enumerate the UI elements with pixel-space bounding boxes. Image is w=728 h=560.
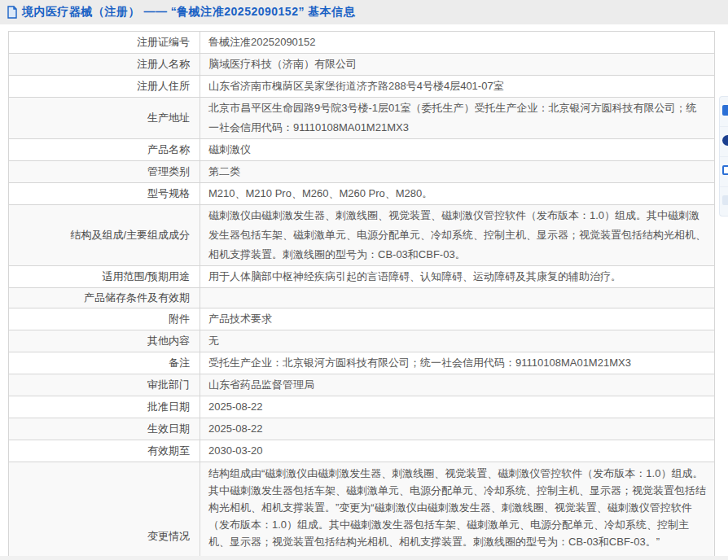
row-value: 脑域医疗科技（济南）有限公司 bbox=[200, 54, 715, 76]
row-value: 山东省药品监督管理局 bbox=[200, 374, 715, 396]
row-value: 2025-08-22 bbox=[200, 396, 715, 418]
row-label: 其他内容 bbox=[9, 330, 200, 352]
row-label: 批准日期 bbox=[9, 396, 200, 418]
row-value: 鲁械注准20252090152 bbox=[200, 32, 715, 54]
row-label: 生效日期 bbox=[9, 418, 200, 440]
table-row: 有效期至 2030-03-20 bbox=[9, 440, 715, 462]
row-label: 有效期至 bbox=[9, 440, 200, 462]
row-label: 审批部门 bbox=[9, 374, 200, 396]
row-value: 受托生产企业：北京银河方圆科技有限公司；统一社会信用代码：91110108MA0… bbox=[200, 352, 715, 374]
row-value: 无 bbox=[200, 330, 715, 352]
row-value: 第二类 bbox=[200, 161, 715, 183]
row-label: 注册证编号 bbox=[9, 32, 200, 54]
row-label: 结构及组成/主要组成成分 bbox=[9, 205, 200, 266]
row-label: 适用范围/预期用途 bbox=[9, 266, 200, 288]
page-bottom-strip bbox=[0, 556, 728, 560]
table-row: 生产地址 北京市昌平区生命园路9号院3号楼-1层01室（委托生产）受托生产企业：… bbox=[9, 98, 715, 139]
table-row: 结构及组成/主要组成成分 磁刺激仪由磁刺激发生器、刺激线圈、视觉装置、磁刺激仪管… bbox=[9, 205, 715, 266]
faint-icon bbox=[722, 195, 728, 205]
table-row-change-info: 变更情况 结构组成由“磁刺激仪由磁刺激发生器、刺激线圈、视觉装置、磁刺激仪管控软… bbox=[9, 462, 715, 560]
row-label: 注册人名称 bbox=[9, 54, 200, 76]
row-label: 生产地址 bbox=[9, 98, 200, 139]
row-label: 型号规格 bbox=[9, 183, 200, 205]
row-value: M210、M210 Pro、M260、M260 Pro、M280。 bbox=[200, 183, 715, 205]
table-row: 产品储存条件及有效期 bbox=[9, 288, 715, 308]
table-row: 注册证编号 鲁械注准20252090152 bbox=[9, 32, 715, 54]
registration-info-table: 注册证编号 鲁械注准20252090152 注册人名称 脑域医疗科技（济南）有限… bbox=[8, 31, 715, 560]
row-label: 管理类别 bbox=[9, 161, 200, 183]
table-row: 注册人住所 山东省济南市槐荫区吴家堡街道济齐路288号4号楼4层401-07室 bbox=[9, 76, 715, 98]
page-title: 境内医疗器械（注册） —— “鲁械注准20252090152” 基本信息 bbox=[22, 5, 355, 20]
toolbar-item[interactable] bbox=[720, 157, 728, 187]
navy-circle-icon bbox=[722, 135, 728, 146]
table-row: 审批部门 山东省药品监督管理局 bbox=[9, 374, 715, 396]
floating-toolbar[interactable] bbox=[719, 96, 728, 217]
table-row: 注册人名称 脑域医疗科技（济南）有限公司 bbox=[9, 54, 715, 76]
row-label: 产品名称 bbox=[9, 139, 200, 161]
row-label: 备注 bbox=[9, 352, 200, 374]
blue-square-icon bbox=[722, 105, 728, 116]
page-header: 境内医疗器械（注册） —— “鲁械注准20252090152” 基本信息 bbox=[0, 0, 728, 24]
row-value: 2025-08-22 bbox=[200, 418, 715, 440]
row-label: 附件 bbox=[9, 308, 200, 330]
table-row: 适用范围/预期用途 用于人体脑部中枢神经疾病引起的言语障碍、认知障碍、运动障碍及… bbox=[9, 266, 715, 288]
row-value: 山东省济南市槐荫区吴家堡街道济齐路288号4号楼4层401-07室 bbox=[200, 76, 715, 98]
toolbar-item[interactable] bbox=[720, 97, 728, 127]
row-value: 产品技术要求 bbox=[200, 308, 715, 330]
toolbar-item[interactable] bbox=[720, 127, 728, 157]
row-value: 用于人体脑部中枢神经疾病引起的言语障碍、认知障碍、运动障碍及其康复的辅助治疗。 bbox=[200, 266, 715, 288]
table-row: 型号规格 M210、M210 Pro、M260、M260 Pro、M280。 bbox=[9, 183, 715, 205]
table-row: 管理类别 第二类 bbox=[9, 161, 715, 183]
table-row: 生效日期 2025-08-22 bbox=[9, 418, 715, 440]
row-value: 北京市昌平区生命园路9号院3号楼-1层01室（委托生产）受托生产企业：北京银河方… bbox=[200, 98, 715, 139]
document-icon bbox=[7, 6, 18, 19]
table-row: 备注 受托生产企业：北京银河方圆科技有限公司；统一社会信用代码：91110108… bbox=[9, 352, 715, 374]
row-value: 结构组成由“磁刺激仪由磁刺激发生器、刺激线圈、视觉装置、磁刺激仪管控软件（发布版… bbox=[200, 462, 715, 560]
row-label: 变更情况 bbox=[9, 462, 200, 560]
row-label: 产品储存条件及有效期 bbox=[9, 288, 200, 308]
blue-outline-square-icon bbox=[722, 165, 728, 175]
toolbar-item[interactable] bbox=[720, 187, 728, 217]
table-row: 其他内容 无 bbox=[9, 330, 715, 352]
table-row: 附件 产品技术要求 bbox=[9, 308, 715, 330]
table-row: 批准日期 2025-08-22 bbox=[9, 396, 715, 418]
row-value: 磁刺激仪 bbox=[200, 139, 715, 161]
row-label: 注册人住所 bbox=[9, 76, 200, 98]
change-paragraph: 结构组成由“磁刺激仪由磁刺激发生器、刺激线圈、视觉装置、磁刺激仪管控软件（发布版… bbox=[208, 463, 706, 552]
table-row: 产品名称 磁刺激仪 bbox=[9, 139, 715, 161]
row-value: 磁刺激仪由磁刺激发生器、刺激线圈、视觉装置、磁刺激仪管控软件（发布版本：1.0）… bbox=[200, 205, 715, 266]
row-value: 2030-03-20 bbox=[200, 440, 715, 462]
row-value bbox=[200, 288, 715, 308]
